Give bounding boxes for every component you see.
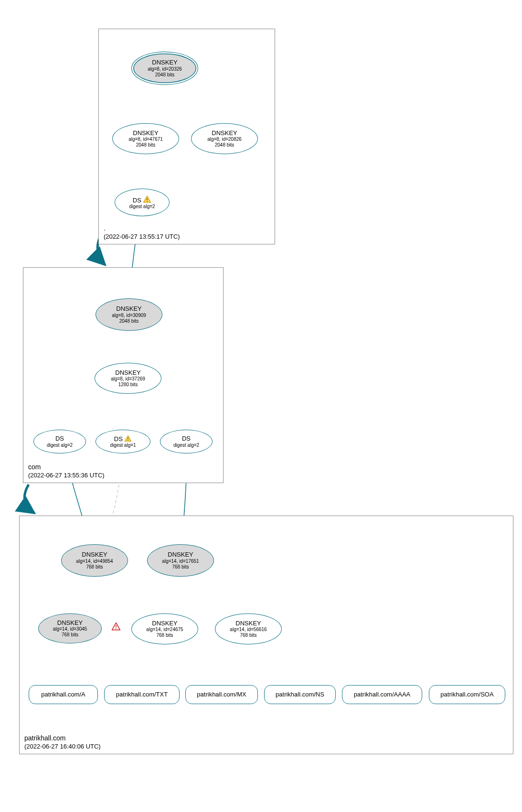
zone-root-timestamp: (2022-06-27 13:55:17 UTC): [104, 233, 180, 240]
warning-icon: [143, 195, 151, 204]
node-com-ds2[interactable]: DS digest alg=1: [96, 430, 150, 453]
rrset-soa[interactable]: patrikhall.com/SOA: [429, 685, 505, 704]
zone-leaf-name: patrikhall.com: [24, 734, 65, 742]
node-com-ds1[interactable]: DS digest alg=2: [33, 430, 86, 453]
node-root-ds[interactable]: DS digest alg=2: [115, 189, 170, 216]
node-ph-ksk2[interactable]: DNSKEY alg=14, id=17651 768 bits: [147, 544, 214, 577]
zone-com-label: com (2022-06-27 13:55:36 UTC): [28, 463, 105, 480]
zone-root-name: .: [104, 224, 106, 232]
rrset-txt[interactable]: patrikhall.com/TXT: [104, 685, 180, 704]
zone-root-label: . (2022-06-27 13:55:17 UTC): [104, 224, 180, 241]
node-ph-ksk3[interactable]: DNSKEY alg=14, id=3045 768 bits: [38, 613, 102, 643]
node-ph-ksk1[interactable]: DNSKEY alg=14, id=49854 768 bits: [61, 544, 128, 577]
rrset-a[interactable]: patrikhall.com/A: [29, 685, 98, 704]
node-root-ksk[interactable]: DNSKEY alg=8, id=20326 2048 bits: [131, 52, 198, 85]
node-ph-zsk1[interactable]: DNSKEY alg=14, id=24675 768 bits: [131, 613, 198, 644]
rrset-aaaa[interactable]: patrikhall.com/AAAA: [342, 685, 422, 704]
zone-com-name: com: [28, 463, 41, 471]
rrset-mx[interactable]: patrikhall.com/MX: [185, 685, 258, 704]
node-com-ksk[interactable]: DNSKEY alg=8, id=30909 2048 bits: [96, 298, 162, 331]
warning-icon: [124, 435, 132, 443]
node-com-zsk[interactable]: DNSKEY alg=8, id=37269 1280 bits: [95, 363, 161, 394]
node-com-ds3[interactable]: DS digest alg=2: [160, 430, 213, 453]
error-icon: [111, 622, 121, 632]
node-ph-zsk2[interactable]: DNSKEY alg=14, id=56616 768 bits: [215, 613, 282, 644]
zone-leaf-timestamp: (2022-06-27 16:40:06 UTC): [24, 743, 101, 750]
node-root-zsk[interactable]: DNSKEY alg=8, id=47671 2048 bits: [112, 123, 179, 154]
node-root-standby[interactable]: DNSKEY alg=8, id=20826 2048 bits: [191, 123, 258, 154]
zone-com-timestamp: (2022-06-27 13:55:36 UTC): [28, 472, 105, 479]
rrset-ns[interactable]: patrikhall.com/NS: [264, 685, 336, 704]
zone-leaf-label: patrikhall.com (2022-06-27 16:40:06 UTC): [24, 734, 101, 751]
dnssec-graph: . (2022-06-27 13:55:17 UTC) com (2022-06…: [0, 0, 522, 812]
